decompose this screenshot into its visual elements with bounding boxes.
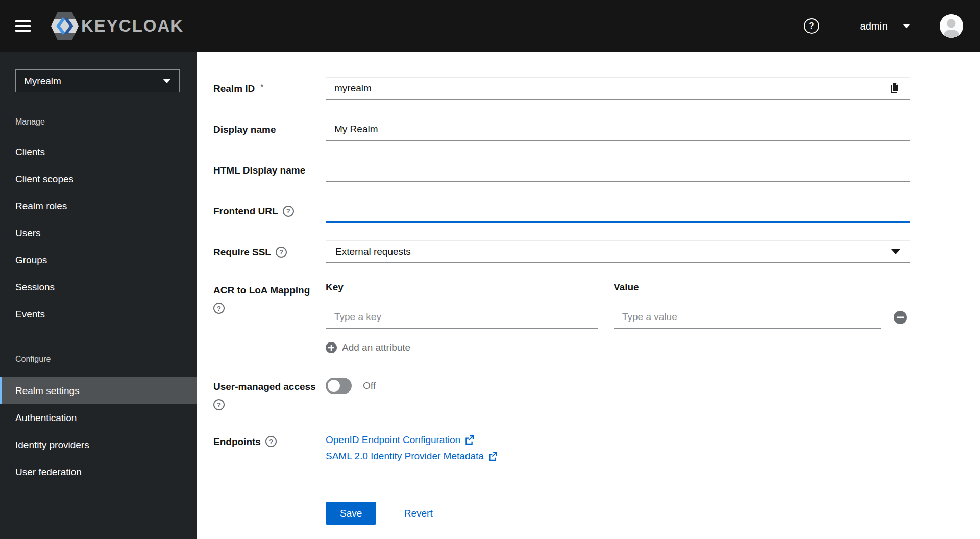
display-name-input[interactable] (326, 118, 910, 141)
toggle-state-label: Off (363, 380, 376, 391)
sidebar-item-groups[interactable]: Groups (0, 247, 197, 274)
require-ssl-label: Require SSL (213, 246, 271, 258)
help-icon[interactable]: ? (265, 436, 277, 447)
person-icon (940, 14, 963, 38)
sidebar-item-users[interactable]: Users (0, 219, 197, 247)
key-column-header: Key (326, 281, 614, 293)
sidebar-item-authentication[interactable]: Authentication (0, 404, 197, 431)
form-actions-row: Save Revert (213, 502, 980, 525)
acr-loa-mapping-label: ACR to LoA Mapping (213, 284, 310, 297)
caret-down-icon (891, 249, 900, 254)
require-ssl-select[interactable]: External requests (326, 240, 910, 263)
user-managed-access-label: User-managed access (213, 381, 316, 393)
username: admin (860, 20, 888, 32)
realm-settings-general-form: Realm ID * Display name (197, 52, 980, 539)
acr-value-input[interactable] (614, 306, 881, 329)
user-managed-access-row: User-managed access ? Off (213, 378, 980, 410)
nav-section-configure: Configure (0, 339, 197, 377)
realm-id-input[interactable] (326, 78, 878, 99)
frontend-url-row: Frontend URL ? (213, 200, 980, 223)
keycloak-hexagon-icon (51, 11, 79, 41)
user-managed-access-toggle[interactable] (326, 378, 352, 394)
acr-loa-mapping-row: ACR to LoA Mapping ? Key Value (213, 281, 980, 355)
revert-button[interactable]: Revert (401, 507, 436, 520)
add-attribute-button[interactable]: Add an attribute (326, 342, 410, 353)
display-name-label: Display name (213, 124, 276, 136)
keycloak-logo: KEYCLOAK (51, 11, 184, 41)
sidebar-nav: Myrealm Manage Clients Client scopes Rea… (0, 52, 197, 539)
html-display-name-input[interactable] (326, 159, 910, 182)
html-display-name-label: HTML Display name (213, 164, 305, 177)
minus-circle-icon[interactable] (894, 311, 907, 324)
realm-id-row: Realm ID * (213, 77, 980, 100)
html-display-name-row: HTML Display name (213, 159, 980, 182)
external-link-icon (464, 435, 474, 445)
help-icon[interactable]: ? (213, 399, 225, 410)
masthead: KEYCLOAK ? admin (0, 0, 980, 52)
required-indicator: * (260, 82, 263, 91)
help-icon[interactable]: ? (804, 18, 819, 34)
display-name-row: Display name (213, 118, 980, 141)
plus-circle-icon (326, 342, 337, 353)
caret-down-icon (903, 24, 910, 28)
realm-id-label: Realm ID (213, 83, 255, 95)
sidebar-item-clients[interactable]: Clients (0, 138, 197, 165)
sidebar-item-identity-providers[interactable]: Identity providers (0, 431, 197, 458)
help-icon[interactable]: ? (213, 303, 225, 314)
frontend-url-label: Frontend URL (213, 205, 278, 217)
endpoints-row: Endpoints ? OpenID Endpoint Configuratio… (213, 432, 980, 464)
acr-key-input[interactable] (326, 306, 598, 329)
sidebar-item-realm-roles[interactable]: Realm roles (0, 192, 197, 219)
help-icon[interactable]: ? (276, 247, 287, 258)
sidebar-item-events[interactable]: Events (0, 301, 197, 328)
require-ssl-row: Require SSL ? External requests (213, 240, 980, 263)
save-button[interactable]: Save (326, 502, 376, 525)
realm-selector[interactable]: Myrealm (15, 69, 180, 92)
brand-text: KEYCLOAK (81, 16, 184, 36)
sidebar-item-realm-settings[interactable]: Realm settings (0, 377, 197, 404)
saml-identity-provider-metadata-link[interactable]: SAML 2.0 Identity Provider Metadata (326, 448, 497, 464)
nav-section-manage: Manage (0, 104, 197, 138)
avatar[interactable] (940, 14, 963, 38)
sidebar-item-client-scopes[interactable]: Client scopes (0, 165, 197, 192)
sidebar-item-user-federation[interactable]: User federation (0, 458, 197, 485)
sidebar-item-sessions[interactable]: Sessions (0, 274, 197, 301)
help-icon[interactable]: ? (283, 206, 294, 217)
external-link-icon (488, 452, 497, 461)
copy-icon[interactable] (878, 78, 910, 99)
caret-down-icon (163, 79, 171, 83)
value-column-header: Value (614, 281, 639, 293)
endpoints-label: Endpoints (213, 436, 261, 448)
openid-endpoint-configuration-link[interactable]: OpenID Endpoint Configuration (326, 432, 474, 448)
user-menu[interactable]: admin (860, 20, 910, 32)
frontend-url-input[interactable] (326, 200, 910, 223)
menu-icon[interactable] (15, 18, 31, 34)
